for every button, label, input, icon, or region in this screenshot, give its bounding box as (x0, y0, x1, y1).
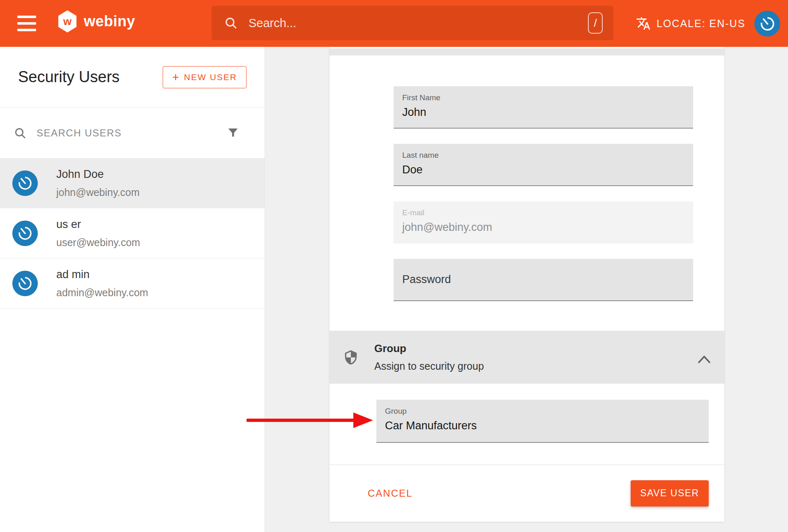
user-email: user@webiny.com (56, 237, 140, 249)
email-field: E-mail john@webiny.com (394, 201, 693, 244)
last-name-field[interactable]: Last name Doe (394, 144, 693, 186)
gravatar-power-icon (13, 221, 37, 245)
avatar[interactable] (754, 11, 780, 37)
search-icon (224, 16, 238, 30)
user-name: us er (56, 218, 140, 231)
sidebar-header: Security Users + NEW USER (0, 47, 265, 108)
gravatar-power-icon (13, 171, 37, 195)
menu-icon[interactable] (17, 16, 36, 31)
group-section-title: Group (374, 342, 484, 355)
filter-button[interactable] (226, 126, 240, 140)
gravatar-power-icon (13, 271, 37, 295)
group-section-header[interactable]: Group Assign to security group (329, 331, 724, 384)
filter-funnel-icon (226, 126, 240, 140)
first-name-field[interactable]: First Name John (394, 86, 693, 129)
brand-wordmark: webiny (84, 13, 135, 30)
field-value: Doe (402, 164, 693, 176)
global-search-input[interactable] (249, 16, 588, 30)
security-users-sidebar: Security Users + NEW USER John Doe john@… (0, 47, 265, 532)
new-user-button-label: NEW USER (184, 72, 237, 82)
password-field[interactable]: Password (394, 259, 693, 301)
search-users-input[interactable] (37, 127, 226, 139)
user-name: John Doe (56, 168, 140, 181)
field-value: John (402, 106, 693, 119)
global-search-bar[interactable]: / (212, 6, 613, 40)
field-label: E-mail (402, 208, 693, 217)
field-label: Password (402, 273, 451, 286)
top-app-bar: w webiny / LOCALE: EN-US (0, 0, 788, 47)
translate-icon (636, 16, 651, 31)
cancel-button[interactable]: CANCEL (368, 488, 412, 499)
search-users-row (0, 108, 265, 158)
field-value: Car Manufacturers (385, 419, 709, 432)
user-email: john@webiny.com (56, 187, 140, 198)
field-label: Group (385, 407, 709, 416)
shield-icon (343, 350, 359, 365)
group-section-subtitle: Assign to security group (374, 360, 484, 372)
search-icon (14, 127, 27, 140)
field-value: john@webiny.com (402, 221, 693, 234)
field-label: Last name (402, 151, 693, 160)
save-user-button[interactable]: SAVE USER (631, 480, 709, 507)
chevron-up-icon[interactable] (697, 354, 711, 365)
user-avatar (12, 221, 38, 246)
plus-icon: + (172, 73, 179, 81)
user-avatar (12, 170, 38, 196)
locale-selector[interactable]: LOCALE: EN-US (636, 0, 745, 47)
user-list-item[interactable]: John Doe john@webiny.com (0, 158, 265, 208)
collapsed-section-edge (329, 48, 724, 55)
user-list-item[interactable]: ad min admin@webiny.com (0, 258, 265, 309)
webiny-logo: w webiny (58, 10, 135, 32)
gravatar-power-icon (755, 11, 780, 37)
annotation-arrow (246, 409, 374, 432)
user-email: admin@webiny.com (56, 287, 148, 299)
user-list: John Doe john@webiny.com us er user@webi… (0, 158, 265, 309)
locale-label: LOCALE: EN-US (657, 18, 745, 30)
user-avatar (12, 271, 38, 296)
webiny-hexagon-icon: w (58, 10, 77, 32)
form-footer: CANCEL SAVE USER (329, 465, 724, 522)
user-name: ad min (56, 268, 148, 281)
page-title: Security Users (18, 68, 120, 86)
user-list-item[interactable]: us er user@webiny.com (0, 208, 265, 258)
new-user-button[interactable]: + NEW USER (163, 66, 247, 88)
user-form-card: First Name John Last name Doe E-mail joh… (329, 47, 724, 522)
field-label: First Name (402, 93, 693, 102)
keyboard-shortcut-hint: / (588, 12, 603, 34)
group-select[interactable]: Group Car Manufacturers (376, 400, 709, 443)
